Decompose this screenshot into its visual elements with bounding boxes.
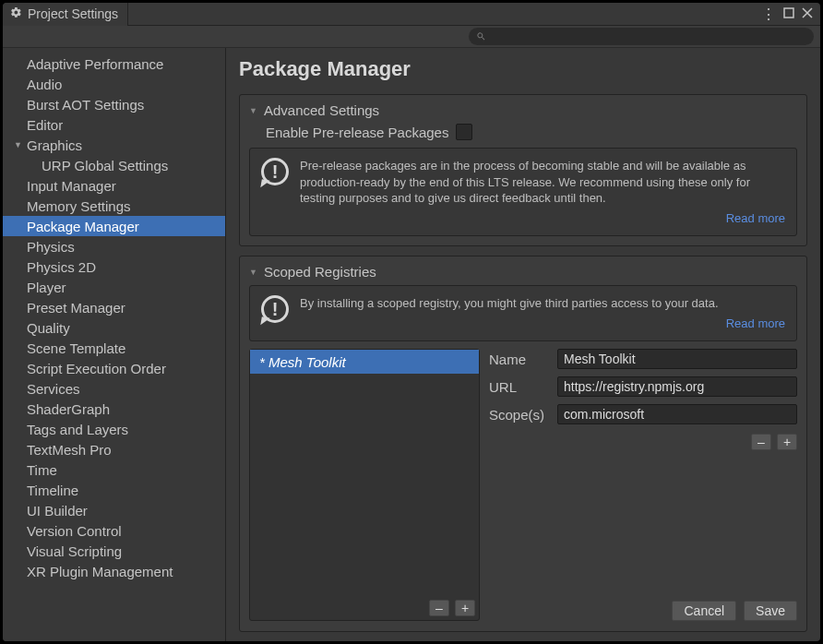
gear-icon: [10, 6, 22, 21]
registry-name-input[interactable]: [557, 349, 797, 369]
maximize-icon[interactable]: [783, 6, 794, 21]
remove-scope-button[interactable]: –: [751, 434, 771, 450]
cancel-button[interactable]: Cancel: [672, 601, 736, 621]
search-toolbar: [3, 26, 820, 48]
sidebar-item-visual-scripting[interactable]: Visual Scripting: [3, 541, 225, 561]
info-icon: !: [261, 158, 289, 185]
sidebar-item-memory-settings[interactable]: Memory Settings: [3, 196, 225, 216]
main-panel: Package Manager ▼ Advanced Settings Enab…: [226, 48, 820, 641]
sidebar-item-preset-manager[interactable]: Preset Manager: [3, 297, 225, 317]
sidebar-item-label: Script Execution Order: [27, 361, 166, 376]
sidebar-item-label: URP Global Settings: [42, 158, 168, 173]
sidebar-item-input-manager[interactable]: Input Manager: [3, 175, 225, 196]
scoped-info-text: By installing a scoped registry, you mig…: [300, 296, 719, 310]
registry-list-item[interactable]: * Mesh Toolkit: [250, 350, 479, 374]
sidebar-item-quality[interactable]: Quality: [3, 317, 225, 338]
titlebar: Project Settings ⋮: [3, 3, 820, 26]
sidebar-item-textmesh-pro[interactable]: TextMesh Pro: [3, 439, 225, 459]
registry-form: Name URL Scope(s) – +: [489, 349, 797, 621]
prerelease-info-box: ! Pre-release packages are in the proces…: [249, 148, 797, 236]
sidebar-item-label: XR Plugin Management: [27, 564, 173, 579]
sidebar-item-time[interactable]: Time: [3, 459, 225, 480]
registry-scope-input[interactable]: [557, 404, 797, 424]
prerelease-read-more-link[interactable]: Read more: [300, 210, 785, 227]
scoped-registries-section: ▼ Scoped Registries ! By installing a sc…: [239, 256, 807, 632]
sidebar-item-label: Version Control: [27, 523, 122, 539]
svg-rect-0: [784, 8, 793, 18]
sidebar-item-label: Package Manager: [27, 219, 139, 234]
sidebar-item-services[interactable]: Services: [3, 378, 225, 399]
sidebar-item-physics[interactable]: Physics: [3, 236, 225, 256]
sidebar-item-label: Audio: [27, 77, 62, 92]
sidebar-item-graphics[interactable]: ▼Graphics: [3, 135, 225, 155]
search-field-wrap[interactable]: [469, 28, 814, 45]
sidebar-item-burst-aot-settings[interactable]: Burst AOT Settings: [3, 94, 225, 114]
advanced-settings-section: ▼ Advanced Settings Enable Pre-release P…: [239, 94, 807, 246]
sidebar-item-label: Burst AOT Settings: [27, 97, 144, 113]
search-input[interactable]: [492, 30, 806, 43]
window-title: Project Settings: [28, 6, 118, 21]
sidebar-item-urp-global-settings[interactable]: URP Global Settings: [3, 155, 225, 175]
scoped-registries-header[interactable]: ▼ Scoped Registries: [249, 264, 797, 280]
sidebar-item-xr-plugin-management[interactable]: XR Plugin Management: [3, 561, 225, 581]
chevron-down-icon: ▼: [249, 268, 260, 277]
sidebar-item-shadergraph[interactable]: ShaderGraph: [3, 399, 225, 419]
sidebar-item-editor[interactable]: Editor: [3, 114, 225, 135]
sidebar-item-label: Visual Scripting: [27, 543, 122, 559]
sidebar-item-label: Editor: [27, 117, 63, 133]
sidebar-item-label: Adaptive Performance: [27, 56, 163, 72]
chevron-down-icon: ▼: [249, 106, 260, 115]
registry-name-label: Name: [489, 352, 548, 367]
scoped-registries-header-label: Scoped Registries: [264, 264, 376, 280]
registry-url-label: URL: [489, 379, 548, 395]
search-icon: [476, 31, 486, 42]
scoped-info-box: ! By installing a scoped registry, you m…: [249, 285, 797, 341]
scoped-read-more-link[interactable]: Read more: [300, 316, 785, 332]
chevron-icon: ▼: [14, 140, 25, 149]
sidebar-item-package-manager[interactable]: Package Manager: [3, 216, 225, 236]
sidebar-item-script-execution-order[interactable]: Script Execution Order: [3, 358, 225, 378]
add-scope-button[interactable]: +: [777, 434, 797, 450]
enable-prerelease-row: Enable Pre-release Packages: [249, 124, 797, 140]
enable-prerelease-checkbox[interactable]: [456, 124, 472, 140]
add-registry-button[interactable]: +: [455, 600, 475, 616]
sidebar-item-player[interactable]: Player: [3, 277, 225, 297]
sidebar-item-label: Input Manager: [27, 178, 116, 194]
sidebar-item-label: Timeline: [27, 483, 78, 498]
sidebar-item-label: Memory Settings: [27, 198, 131, 214]
close-icon[interactable]: [802, 6, 813, 21]
sidebar-item-audio[interactable]: Audio: [3, 74, 225, 94]
info-icon: !: [261, 295, 289, 323]
sidebar-item-tags-and-layers[interactable]: Tags and Layers: [3, 419, 225, 439]
page-title: Package Manager: [239, 57, 807, 81]
sidebar-item-label: Player: [27, 280, 66, 295]
sidebar-item-scene-template[interactable]: Scene Template: [3, 338, 225, 358]
enable-prerelease-label: Enable Pre-release Packages: [266, 125, 448, 140]
sidebar-item-adaptive-performance[interactable]: Adaptive Performance: [3, 54, 225, 74]
sidebar-item-label: UI Builder: [27, 503, 88, 519]
registry-scopes-label: Scope(s): [489, 407, 548, 423]
advanced-settings-header-label: Advanced Settings: [264, 102, 379, 118]
sidebar-item-timeline[interactable]: Timeline: [3, 480, 225, 500]
sidebar-item-label: Tags and Layers: [27, 422, 128, 437]
sidebar-item-label: TextMesh Pro: [27, 442, 112, 458]
project-settings-window: Project Settings ⋮ Adaptive PerformanceA…: [3, 3, 820, 641]
sidebar-item-label: Scene Template: [27, 340, 125, 356]
advanced-settings-header[interactable]: ▼ Advanced Settings: [249, 102, 797, 118]
scoped-registries-body: * Mesh Toolkit – + Name URL: [249, 349, 797, 621]
save-button[interactable]: Save: [744, 601, 797, 621]
sidebar-item-version-control[interactable]: Version Control: [3, 520, 225, 541]
sidebar-item-label: ShaderGraph: [27, 401, 110, 417]
window-tab[interactable]: Project Settings: [3, 3, 128, 26]
sidebar-item-label: Services: [27, 381, 80, 397]
kebab-menu-icon[interactable]: ⋮: [761, 6, 776, 23]
remove-registry-button[interactable]: –: [429, 600, 449, 616]
sidebar-item-label: Preset Manager: [27, 300, 125, 316]
registry-url-input[interactable]: [557, 376, 797, 397]
sidebar-item-label: Physics 2D: [27, 259, 96, 275]
sidebar-item-label: Time: [27, 462, 57, 478]
sidebar-item-physics-2d[interactable]: Physics 2D: [3, 256, 225, 277]
sidebar-item-label: Quality: [27, 320, 70, 336]
sidebar-item-ui-builder[interactable]: UI Builder: [3, 500, 225, 520]
registry-list: * Mesh Toolkit – +: [249, 349, 480, 621]
